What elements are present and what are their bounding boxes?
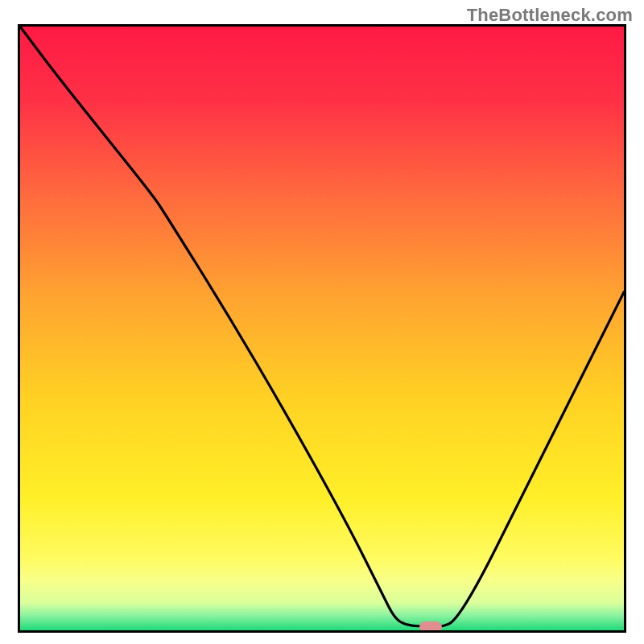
watermark-text: TheBottleneck.com — [467, 5, 633, 26]
optimal-marker — [419, 621, 442, 633]
chart-svg — [20, 27, 624, 630]
plot-area — [18, 24, 626, 633]
gradient-backdrop — [20, 27, 624, 630]
chart-stage: TheBottleneck.com — [0, 0, 644, 644]
